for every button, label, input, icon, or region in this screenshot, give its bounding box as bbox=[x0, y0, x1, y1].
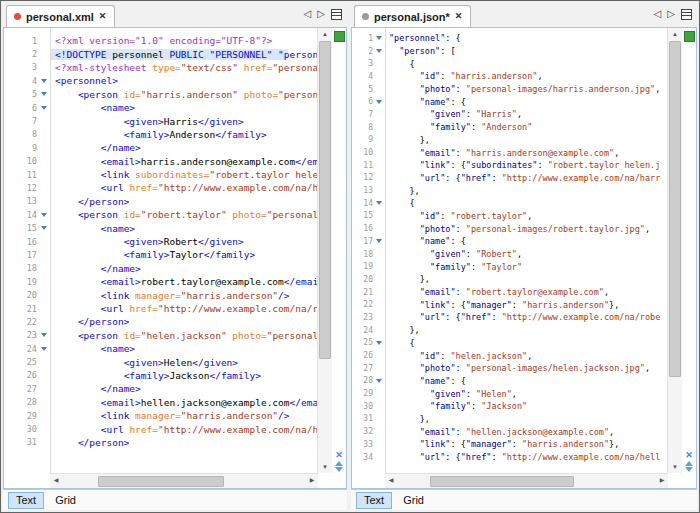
fold-toggle-icon[interactable] bbox=[37, 92, 50, 96]
previous-marker-icon[interactable] bbox=[335, 461, 343, 466]
fold-toggle-icon[interactable] bbox=[373, 100, 385, 104]
code-line[interactable]: 13 </person> bbox=[4, 195, 318, 208]
nav-back-icon[interactable]: ◁ bbox=[654, 8, 662, 20]
nav-forward-icon[interactable]: ▷ bbox=[317, 8, 325, 20]
scroll-left-icon[interactable]: ◀ bbox=[50, 474, 62, 488]
code-line[interactable]: 23 <person id="helen.jackson" photo="per… bbox=[4, 329, 318, 342]
scroll-down-icon[interactable]: ▼ bbox=[668, 461, 682, 473]
code-line[interactable]: 9 }, bbox=[352, 134, 668, 147]
fold-toggle-icon[interactable] bbox=[373, 341, 385, 345]
fold-toggle-icon[interactable] bbox=[373, 36, 385, 40]
code-line[interactable]: 10 <email>harris.anderson@example.com</e… bbox=[4, 155, 318, 168]
code-line[interactable]: 4 "id": "harris.anderson", bbox=[352, 70, 668, 83]
code-line[interactable]: 18 </name> bbox=[4, 262, 318, 275]
horizontal-scrollbar[interactable]: ◀ ▶ bbox=[50, 473, 318, 488]
code-line[interactable]: 18 "given": "Robert", bbox=[352, 248, 668, 261]
code-line[interactable]: 24 }, bbox=[352, 324, 668, 337]
scroll-up-icon[interactable]: ▲ bbox=[668, 28, 682, 40]
stripe-clear-icon[interactable]: ✕ bbox=[685, 451, 693, 460]
code-line[interactable]: 5 "photo": "personal-images/harris.ander… bbox=[352, 83, 668, 96]
code-line[interactable]: 16 "photo": "personal-images/robert.tayl… bbox=[352, 222, 668, 235]
code-line[interactable]: 2 "person": [ bbox=[352, 45, 668, 58]
code-line[interactable]: 4<personnel> bbox=[4, 74, 318, 87]
vertical-scroll-thumb[interactable] bbox=[319, 41, 331, 359]
code-line[interactable]: 27 </name> bbox=[4, 382, 318, 395]
code-line[interactable]: 11 "link": {"subordinates": "robert.tayl… bbox=[352, 159, 668, 172]
fold-toggle-icon[interactable] bbox=[373, 379, 385, 383]
close-tab-icon[interactable]: ✕ bbox=[99, 12, 107, 21]
scroll-up-icon[interactable]: ▲ bbox=[318, 28, 332, 40]
code-line[interactable]: 9 </name> bbox=[4, 141, 318, 154]
horizontal-scrollbar[interactable]: ◀ ▶ bbox=[385, 473, 668, 488]
code-line[interactable]: 6 "name": { bbox=[352, 95, 668, 108]
code-line[interactable]: 1<?xml version="1.0" encoding="UTF-8"?> bbox=[4, 34, 318, 47]
code-line[interactable]: 34 "url": {"href": "http://www.example.c… bbox=[352, 451, 668, 464]
fold-toggle-icon[interactable] bbox=[37, 333, 50, 337]
code-line[interactable]: 5 <person id="harris.anderson" photo="pe… bbox=[4, 88, 318, 101]
code-line[interactable]: 31 </person> bbox=[4, 436, 318, 449]
code-line[interactable]: 20 }, bbox=[352, 273, 668, 286]
code-line[interactable]: 29 "given": "Helen", bbox=[352, 387, 668, 400]
code-line[interactable]: 30 <url href="http://www.example.com/na/… bbox=[4, 422, 318, 435]
code-line[interactable]: 27 "photo": "personal-images/helen.jacks… bbox=[352, 362, 668, 375]
horizontal-scroll-thumb[interactable] bbox=[98, 476, 223, 487]
vertical-scroll-thumb[interactable] bbox=[669, 41, 681, 377]
xml-code-editor[interactable]: 1<?xml version="1.0" encoding="UTF-8"?>2… bbox=[3, 27, 347, 489]
code-line[interactable]: 12 <url href="http://www.example.com/na/… bbox=[4, 181, 318, 194]
fold-toggle-icon[interactable] bbox=[37, 79, 50, 83]
code-line[interactable]: 12 "url": {"href": "http://www.example.c… bbox=[352, 172, 668, 185]
mode-tab-text[interactable]: Text bbox=[8, 492, 44, 509]
scroll-left-icon[interactable]: ◀ bbox=[385, 474, 397, 488]
code-line[interactable]: 22 "link": {"manager": "harris.anderson"… bbox=[352, 298, 668, 311]
mode-tab-text[interactable]: Text bbox=[356, 492, 392, 509]
code-line[interactable]: 29 <link manager="harris.anderson"/> bbox=[4, 409, 318, 422]
fold-toggle-icon[interactable] bbox=[37, 226, 50, 230]
code-line[interactable]: 15 "id": "robert.taylor", bbox=[352, 210, 668, 223]
code-line[interactable]: 26 <family>Jackson</family> bbox=[4, 369, 318, 382]
stripe-clear-icon[interactable]: ✕ bbox=[335, 451, 343, 460]
json-code-editor[interactable]: 1"personnel": {2 "person": [3 {4 "id": "… bbox=[351, 27, 697, 489]
code-line[interactable]: 2<!DOCTYPE personnel PUBLIC "PERSONNEL" … bbox=[4, 47, 318, 60]
scroll-right-icon[interactable]: ▶ bbox=[656, 474, 668, 488]
code-line[interactable]: 26 "id": "helen.jackson", bbox=[352, 349, 668, 362]
code-line[interactable]: 31 }, bbox=[352, 413, 668, 426]
code-line[interactable]: 3<?xml-stylesheet type="text/css" href="… bbox=[4, 61, 318, 74]
horizontal-scroll-thumb[interactable] bbox=[430, 476, 574, 487]
vertical-scrollbar[interactable]: ▲ ▼ bbox=[667, 28, 682, 473]
code-line[interactable]: 14 { bbox=[352, 197, 668, 210]
code-line[interactable]: 21 <url href="http://www.example.com/na/… bbox=[4, 302, 318, 315]
code-line[interactable]: 25 { bbox=[352, 337, 668, 350]
previous-marker-icon[interactable] bbox=[685, 461, 693, 466]
vertical-scrollbar[interactable]: ▲ ▼ bbox=[317, 28, 332, 473]
code-line[interactable]: 30 "family": "Jackson" bbox=[352, 400, 668, 413]
fold-toggle-icon[interactable] bbox=[37, 347, 50, 351]
code-line[interactable]: 21 "email": "robert.taylor@example.com", bbox=[352, 286, 668, 299]
scroll-down-icon[interactable]: ▼ bbox=[318, 461, 332, 473]
code-line[interactable]: 20 <link manager="harris.anderson"/> bbox=[4, 288, 318, 301]
code-line[interactable]: 3 { bbox=[352, 57, 668, 70]
fold-toggle-icon[interactable] bbox=[373, 49, 385, 53]
tab-personal-json[interactable]: personal.json* ✕ bbox=[354, 5, 471, 27]
code-line[interactable]: 19 "family": "Taylor" bbox=[352, 260, 668, 273]
fold-toggle-icon[interactable] bbox=[373, 201, 385, 205]
code-line[interactable]: 6 <name> bbox=[4, 101, 318, 114]
code-line[interactable]: 22 </person> bbox=[4, 315, 318, 328]
mode-tab-grid[interactable]: Grid bbox=[395, 492, 432, 509]
code-line[interactable]: 28 <email>hellen.jackson@example.com</em… bbox=[4, 396, 318, 409]
nav-forward-icon[interactable]: ▷ bbox=[667, 8, 675, 20]
code-line[interactable]: 15 <name> bbox=[4, 221, 318, 234]
next-marker-icon[interactable] bbox=[685, 467, 693, 472]
fold-toggle-icon[interactable] bbox=[373, 239, 385, 243]
next-marker-icon[interactable] bbox=[335, 467, 343, 472]
close-tab-icon[interactable]: ✕ bbox=[455, 12, 463, 21]
code-line[interactable]: 24 <name> bbox=[4, 342, 318, 355]
scroll-right-icon[interactable]: ▶ bbox=[306, 474, 318, 488]
mode-tab-grid[interactable]: Grid bbox=[47, 492, 84, 509]
code-line[interactable]: 8 "family": "Anderson" bbox=[352, 121, 668, 134]
code-line[interactable]: 7 <given>Harris</given> bbox=[4, 114, 318, 127]
code-line[interactable]: 19 <email>robert.taylor@example.com</ema… bbox=[4, 275, 318, 288]
code-line[interactable]: 17 "name": { bbox=[352, 235, 668, 248]
code-line[interactable]: 25 <given>Helen</given> bbox=[4, 355, 318, 368]
code-line[interactable]: 11 <link subordinates="robert.taylor hel… bbox=[4, 168, 318, 181]
code-line[interactable]: 14 <person id="robert.taylor" photo="per… bbox=[4, 208, 318, 221]
